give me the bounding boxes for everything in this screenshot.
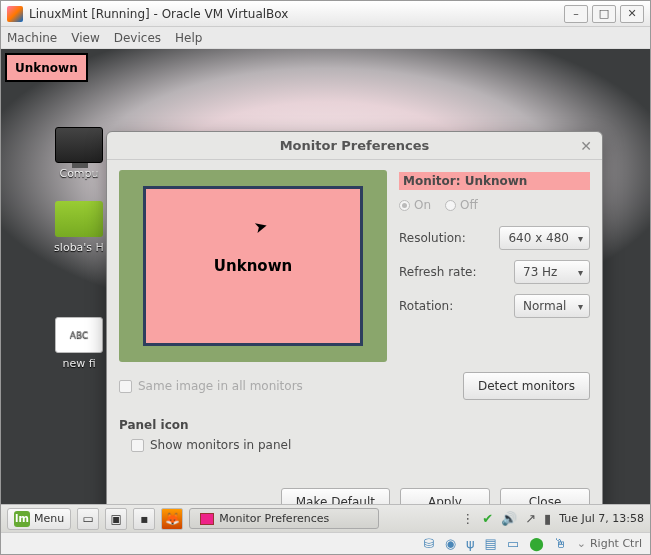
vbox-window-buttons: – □ ✕ bbox=[564, 5, 644, 23]
monitor-representation[interactable]: Unknown ➤ bbox=[143, 186, 363, 346]
rotation-combo[interactable]: Normal bbox=[514, 294, 590, 318]
resolution-value: 640 x 480 bbox=[508, 231, 569, 245]
same-image-checkbox: Same image in all monitors bbox=[119, 379, 303, 393]
tray-separator-icon: ⋮ bbox=[461, 511, 474, 526]
radio-on[interactable]: On bbox=[399, 198, 431, 212]
home-folder-icon bbox=[55, 201, 103, 237]
vbox-hdd-icon[interactable]: ⛁ bbox=[424, 536, 435, 551]
vbox-titlebar: LinuxMint [Running] - Oracle VM VirtualB… bbox=[1, 1, 650, 27]
menu-view[interactable]: View bbox=[71, 31, 99, 45]
guest-desktop: Unknown Compu sloba's H ABC new fi Monit… bbox=[1, 49, 650, 532]
dialog-top-row: Unknown ➤ Monitor: Unknown On Off Resolu… bbox=[119, 170, 590, 362]
chevron-down-icon: ⌄ bbox=[577, 537, 586, 550]
desktop-icon-computer[interactable]: Compu bbox=[43, 127, 115, 180]
monitor-name-label: Unknown bbox=[214, 257, 292, 275]
vbox-app-icon bbox=[7, 6, 23, 22]
volume-icon[interactable]: 🔊 bbox=[501, 511, 517, 526]
desktop-icon-newfile[interactable]: ABC new fi bbox=[43, 317, 115, 370]
terminal-launcher[interactable]: ▪ bbox=[133, 508, 155, 530]
minimize-button[interactable]: – bbox=[564, 5, 588, 23]
vbox-title: LinuxMint [Running] - Oracle VM VirtualB… bbox=[29, 7, 564, 21]
mid-row: Same image in all monitors Detect monito… bbox=[119, 372, 590, 400]
refresh-label: Refresh rate: bbox=[399, 265, 477, 279]
shield-icon[interactable]: ✔ bbox=[482, 511, 493, 526]
desktop-icon-label: sloba's H bbox=[43, 241, 115, 254]
resolution-row: Resolution: 640 x 480 bbox=[399, 226, 590, 250]
vbox-shared-folder-icon[interactable]: ▤ bbox=[485, 536, 497, 551]
selected-monitor-label: Monitor: Unknown bbox=[399, 172, 590, 190]
text-file-icon: ABC bbox=[55, 317, 103, 353]
same-image-label: Same image in all monitors bbox=[138, 379, 303, 393]
maximize-button[interactable]: □ bbox=[592, 5, 616, 23]
vbox-network-icon[interactable]: ⬤ bbox=[529, 536, 544, 551]
host-key-indicator[interactable]: ⌄ Right Ctrl bbox=[577, 537, 642, 550]
monitor-overlay-badge: Unknown bbox=[5, 53, 88, 82]
dialog-title-text: Monitor Preferences bbox=[280, 138, 430, 153]
panel-icon-section: Panel icon Show monitors in panel bbox=[119, 418, 590, 452]
network-icon[interactable]: ↗ bbox=[525, 511, 536, 526]
monitor-power-radios: On Off bbox=[399, 198, 590, 212]
rotation-value: Normal bbox=[523, 299, 566, 313]
mint-menu-button[interactable]: lm Menu bbox=[7, 508, 71, 530]
vbox-optical-icon[interactable]: ◉ bbox=[445, 536, 456, 551]
monitor-properties-panel: Monitor: Unknown On Off Resolution: 640 … bbox=[399, 170, 590, 362]
show-monitors-label: Show monitors in panel bbox=[150, 438, 291, 452]
mint-menu-label: Menu bbox=[34, 512, 64, 525]
desktop-icon-label: Compu bbox=[43, 167, 115, 180]
dialog-titlebar[interactable]: Monitor Preferences ✕ bbox=[107, 132, 602, 160]
vbox-display-icon[interactable]: ▭ bbox=[507, 536, 519, 551]
mint-logo-icon: lm bbox=[14, 511, 30, 527]
checkbox-icon bbox=[131, 439, 144, 452]
monitor-pref-task-icon bbox=[200, 513, 214, 525]
radio-on-label: On bbox=[414, 198, 431, 212]
radio-off-circle bbox=[445, 200, 456, 211]
battery-icon[interactable]: ▮ bbox=[544, 511, 551, 526]
vbox-window: LinuxMint [Running] - Oracle VM VirtualB… bbox=[0, 0, 651, 555]
monitor-layout-canvas[interactable]: Unknown ➤ bbox=[119, 170, 387, 362]
rotation-row: Rotation: Normal bbox=[399, 294, 590, 318]
file-manager-launcher[interactable]: ▣ bbox=[105, 508, 127, 530]
menu-help[interactable]: Help bbox=[175, 31, 202, 45]
vbox-statusbar: ⛁ ◉ ψ ▤ ▭ ⬤ 🖱 ⌄ Right Ctrl bbox=[1, 532, 650, 554]
menu-machine[interactable]: Machine bbox=[7, 31, 57, 45]
close-button[interactable]: ✕ bbox=[620, 5, 644, 23]
detect-monitors-button[interactable]: Detect monitors bbox=[463, 372, 590, 400]
taskbar-item-monitor-preferences[interactable]: Monitor Preferences bbox=[189, 508, 379, 529]
system-tray: ⋮ ✔ 🔊 ↗ ▮ Tue Jul 7, 13:58 bbox=[461, 511, 644, 526]
refresh-combo[interactable]: 73 Hz bbox=[514, 260, 590, 284]
monitor-preferences-dialog: Monitor Preferences ✕ Unknown ➤ Monitor:… bbox=[106, 131, 603, 529]
panel-icon-header: Panel icon bbox=[119, 418, 590, 432]
resolution-combo[interactable]: 640 x 480 bbox=[499, 226, 590, 250]
show-monitors-checkbox[interactable]: Show monitors in panel bbox=[131, 438, 590, 452]
desktop-icon-label: new fi bbox=[43, 357, 115, 370]
checkbox-icon bbox=[119, 380, 132, 393]
cursor-icon: ➤ bbox=[252, 216, 270, 238]
vbox-mouse-icon[interactable]: 🖱 bbox=[554, 536, 567, 551]
host-key-text: Right Ctrl bbox=[590, 537, 642, 550]
radio-off-label: Off bbox=[460, 198, 478, 212]
desktop-icon-home[interactable]: sloba's H bbox=[43, 201, 115, 254]
vbox-usb-icon[interactable]: ψ bbox=[466, 536, 475, 551]
taskbar-clock[interactable]: Tue Jul 7, 13:58 bbox=[559, 512, 644, 525]
refresh-value: 73 Hz bbox=[523, 265, 557, 279]
menu-devices[interactable]: Devices bbox=[114, 31, 161, 45]
dialog-body: Unknown ➤ Monitor: Unknown On Off Resolu… bbox=[107, 160, 602, 528]
vbox-menubar: Machine View Devices Help bbox=[1, 27, 650, 49]
show-desktop-launcher[interactable]: ▭ bbox=[77, 508, 99, 530]
radio-off[interactable]: Off bbox=[445, 198, 478, 212]
detect-button-label: Detect monitors bbox=[478, 379, 575, 393]
rotation-label: Rotation: bbox=[399, 299, 453, 313]
file-icon-tag: ABC bbox=[70, 330, 88, 340]
refresh-row: Refresh rate: 73 Hz bbox=[399, 260, 590, 284]
computer-icon bbox=[55, 127, 103, 163]
firefox-launcher[interactable]: 🦊 bbox=[161, 508, 183, 530]
dialog-close-button[interactable]: ✕ bbox=[578, 138, 594, 154]
radio-on-circle bbox=[399, 200, 410, 211]
task-item-label: Monitor Preferences bbox=[219, 512, 329, 525]
mint-taskbar: lm Menu ▭ ▣ ▪ 🦊 Monitor Preferences ⋮ ✔ … bbox=[1, 504, 650, 532]
resolution-label: Resolution: bbox=[399, 231, 466, 245]
